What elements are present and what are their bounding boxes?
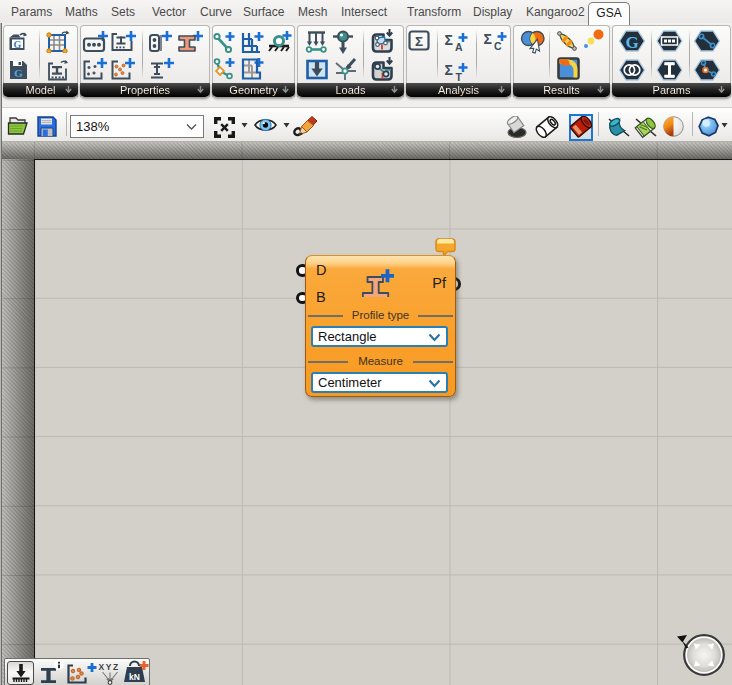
svg-text:T: T xyxy=(456,71,463,82)
svg-text:Σ: Σ xyxy=(415,34,423,49)
svg-text:G: G xyxy=(14,39,22,50)
svg-text:A: A xyxy=(455,41,463,52)
svg-text:C: C xyxy=(494,40,502,51)
svg-text:G: G xyxy=(14,67,23,79)
svg-text:Σ: Σ xyxy=(445,62,453,78)
svg-text:Σ: Σ xyxy=(445,32,453,48)
svg-text:kN: kN xyxy=(129,672,140,682)
svg-text:XYZ: XYZ xyxy=(99,662,120,672)
svg-text:Σ: Σ xyxy=(484,31,492,47)
svg-text:G: G xyxy=(625,33,638,52)
